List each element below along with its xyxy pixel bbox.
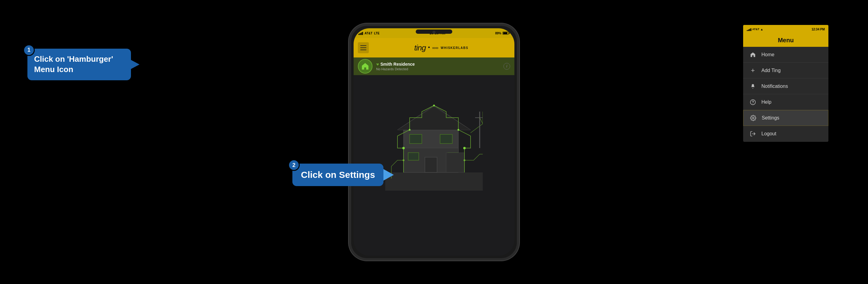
svg-rect-7 [440,134,452,144]
step-2-callout: 2 Click on Settings [292,164,394,186]
svg-rect-6 [410,134,422,144]
hamburger-line-2 [360,47,366,48]
battery-percent: 89% [495,32,501,35]
phone-mockup: AT&T LTE 10:16 AM 89% [349,24,519,260]
step-1-text: Click on 'Hamburger' Menu Icon [34,55,113,74]
app-header: ting ∞∞ WHISKERLABS [353,38,515,58]
step-1-bubble: 1 Click on 'Hamburger' Menu Icon [27,49,131,80]
menu-item-settings[interactable]: Settings [743,110,828,126]
phone-screen: AT&T LTE 10:16 AM 89% [353,28,515,256]
step-2-number: 2 [288,159,300,171]
side-menu-panel: AT&T ▲ 12:34 PM Menu Home + Add Ting Not… [743,25,828,142]
status-bar-left: AT&T LTE [359,31,379,35]
app-logo: ting ∞∞ WHISKERLABS [372,43,510,52]
svg-point-17 [403,159,404,161]
svg-point-14 [409,129,410,131]
menu-wifi-icon: ▲ [760,28,763,31]
menu-signal-icon [747,27,751,31]
menu-status-carrier: AT&T ▲ [747,27,763,31]
home-location-icon [358,59,372,74]
home-menu-icon [749,51,756,58]
menu-item-add-ting[interactable]: + Add Ting [743,63,828,78]
menu-title: Menu [778,37,794,44]
location-status: No Hazards Detected [376,67,500,71]
svg-point-16 [433,105,435,106]
menu-item-logout[interactable]: Logout [743,126,828,142]
menu-time: 12:34 PM [812,28,825,31]
menu-status-bar: AT&T ▲ 12:34 PM [743,25,828,33]
logo-dot-decoration [428,46,430,48]
home-menu-label: Home [762,52,775,58]
svg-point-18 [464,159,465,161]
location-triangle-icon [376,64,379,66]
step-1-number: 1 [23,44,35,56]
carrier-label: AT&T [365,32,372,35]
settings-menu-icon [749,114,757,121]
add-ting-menu-icon: + [749,67,756,74]
logout-menu-label: Logout [762,131,776,137]
house-svg-container [385,87,483,191]
whiskerlabs-logo: WHISKERLABS [441,46,468,49]
settings-menu-label: Settings [762,115,779,121]
hamburger-line-1 [360,45,366,46]
hamburger-line-3 [360,49,366,50]
notifications-menu-label: Notifications [762,84,788,89]
add-ting-menu-label: Add Ting [762,68,781,73]
logout-menu-icon [749,130,756,137]
help-menu-label: Help [762,99,771,105]
menu-item-home[interactable]: Home [743,47,828,63]
status-bar-right: 89% [495,32,509,35]
svg-rect-11 [446,153,464,172]
step-1-callout: 1 Click on 'Hamburger' Menu Icon [27,49,140,80]
step-1-arrow-icon [130,60,140,69]
svg-point-13 [463,147,466,149]
svg-point-15 [458,129,459,131]
notifications-menu-icon [749,83,756,90]
step-2-text: Click on Settings [301,170,375,180]
logo-separator: ∞∞ [432,45,438,50]
step-2-arrow-icon [383,169,394,181]
network-label: LTE [374,32,379,35]
menu-header: Menu [743,33,828,47]
house-svg-icon [361,62,369,71]
location-name: Smith Residence [376,62,500,67]
step-2-bubble: 2 Click on Settings [292,164,383,186]
signal-bars-icon [359,31,363,35]
location-bar: Smith Residence No Hazards Detected i [353,58,515,75]
phone-body: AT&T LTE 10:16 AM 89% [349,24,519,260]
menu-item-help[interactable]: Help [743,94,828,110]
menu-item-notifications[interactable]: Notifications [743,78,828,94]
phone-camera [432,31,436,34]
house-detailed-svg [385,87,483,191]
svg-rect-8 [425,157,437,172]
info-button[interactable]: i [503,63,510,70]
svg-point-12 [402,147,405,149]
battery-icon [502,32,509,35]
menu-carrier-label: AT&T [752,28,759,31]
svg-rect-9 [408,153,419,160]
svg-rect-1 [385,172,483,191]
help-menu-icon [749,99,756,106]
ting-logo: ting [414,43,426,52]
location-info: Smith Residence No Hazards Detected [376,62,500,71]
hamburger-menu-button[interactable] [358,42,369,53]
